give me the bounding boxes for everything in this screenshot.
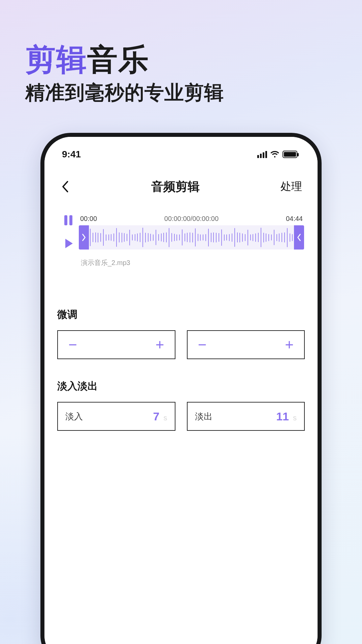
hero-title-accent: 剪辑 [25, 43, 87, 76]
phone-frame: 9:41 音频剪辑 处理 [40, 133, 322, 644]
time-end: 04:44 [286, 215, 303, 223]
waveform[interactable] [79, 225, 304, 250]
fade-out-box[interactable]: 淡出 11 s [187, 402, 305, 431]
wifi-icon [270, 151, 279, 158]
fade-out-value: 11 [276, 410, 289, 423]
status-bar: 9:41 [55, 146, 307, 162]
hero: 剪辑音乐 精准到毫秒的专业剪辑 [25, 44, 224, 106]
fine-tune-right-plus-button[interactable]: + [283, 337, 296, 352]
file-name: 演示音乐_2.mp3 [58, 258, 304, 267]
chevron-left-icon [61, 181, 69, 193]
chevron-right-icon [81, 233, 86, 241]
battery-icon [283, 151, 297, 158]
trim-handle-left[interactable] [79, 225, 89, 250]
page-title: 音频剪辑 [151, 179, 200, 195]
chevron-left-icon [297, 233, 301, 241]
nav-header: 音频剪辑 处理 [55, 178, 307, 195]
time-center: 00:00:00/00:00:00 [164, 215, 219, 223]
hero-title: 剪辑音乐 [25, 44, 224, 76]
hero-subtitle: 精准到毫秒的专业剪辑 [25, 80, 224, 106]
fine-tune-left-plus-button[interactable]: + [153, 337, 167, 352]
hero-title-dark: 音乐 [87, 43, 149, 76]
process-button[interactable]: 处理 [278, 178, 304, 195]
signal-icon [257, 151, 267, 158]
status-time: 9:41 [62, 149, 81, 160]
play-button[interactable] [65, 239, 73, 248]
trim-handle-right[interactable] [294, 225, 304, 250]
fine-tune-right-box: − + [187, 330, 305, 359]
fade-out-unit: s [293, 414, 297, 422]
playback-controls [58, 215, 79, 248]
back-button[interactable] [58, 180, 72, 194]
status-indicators [257, 151, 297, 158]
fade-in-box[interactable]: 淡入 7 s [57, 402, 175, 431]
pause-button[interactable] [64, 215, 72, 225]
phone-screen: 9:41 音频剪辑 处理 [44, 137, 318, 644]
fade-in-unit: s [164, 414, 167, 422]
time-start: 00:00 [80, 215, 97, 223]
time-row: 00:00 00:00:00/00:00:00 04:44 [79, 215, 304, 225]
waveform-body[interactable] [89, 225, 294, 250]
fade-in-label: 淡入 [65, 411, 83, 422]
fade-title: 淡入淡出 [57, 379, 305, 393]
fine-tune-section: 微调 − + − + [55, 308, 307, 359]
fine-tune-left-minus-button[interactable]: − [66, 337, 79, 352]
waveform-section: 00:00 00:00:00/00:00:00 04:44 [55, 215, 307, 267]
fade-out-label: 淡出 [195, 411, 212, 422]
fine-tune-right-minus-button[interactable]: − [196, 337, 209, 352]
fine-tune-title: 微调 [57, 308, 305, 321]
fade-in-value: 7 [153, 410, 160, 423]
fade-section: 淡入淡出 淡入 7 s 淡出 11 s [55, 379, 307, 431]
fine-tune-left-box: − + [57, 330, 175, 359]
